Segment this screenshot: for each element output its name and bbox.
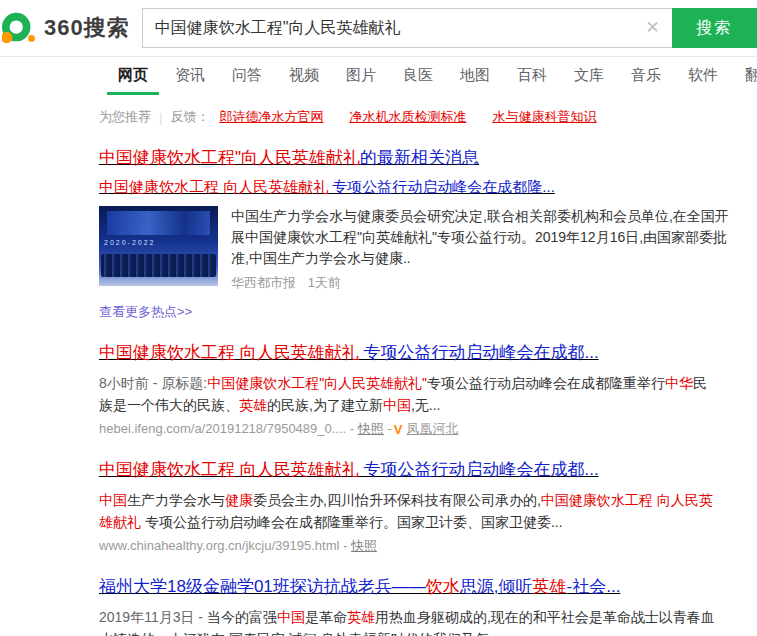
text-segment: 的民族,为了建立新 <box>267 397 383 413</box>
text-segment: - <box>346 421 358 436</box>
news-summary: 中国生产力学会水与健康委员会研究决定,联合相关部委机构和会员单位,在全国开展中国… <box>231 206 736 269</box>
text-segment: 英雄 <box>239 397 267 413</box>
text-segment: 中华 <box>665 375 693 391</box>
search-header: 360搜索 ✕ 搜索 <box>0 0 757 56</box>
text-segment: hebei.ifeng.com/a/20191218/7950489_0.... <box>99 421 346 436</box>
result-url-line: hebei.ifeng.com/a/20191218/7950489_0....… <box>99 420 739 438</box>
text-segment: 快照 <box>351 538 377 553</box>
text-segment: 思源,倾听 <box>460 577 533 596</box>
text-segment: 是革命 <box>305 609 347 625</box>
result-title-link[interactable]: 中国健康饮水工程"向人民英雄献礼的最新相关消息 <box>99 146 479 169</box>
news-card: 2020-2022 中国生产力学会水与健康委员会研究决定,联合相关部委机构和会员… <box>99 206 739 292</box>
360-logo-icon <box>2 10 40 46</box>
text-segment: 健康 <box>225 492 253 508</box>
text-segment: 2019年11月3日 - <box>99 609 207 625</box>
tab-baike[interactable]: 百科 <box>517 57 547 95</box>
vertical-tabs-bar: 网页 资讯 问答 视频 图片 良医 地图 百科 文库 音乐 软件 翻译 <box>0 56 757 95</box>
tab-web[interactable]: 网页 <box>118 57 148 95</box>
news-time: 1天前 <box>308 275 341 290</box>
result-title-link[interactable]: 中国健康饮水工程 向人民英雄献礼 专项公益行动启动峰会在成都... <box>99 341 599 364</box>
result-snippet: 中国生产力学会水与健康委员会主办,四川怡升环保科技有限公司承办的,中国健康饮水工… <box>99 489 719 533</box>
search-box: ✕ <box>142 8 672 48</box>
logo-text: 360搜索 <box>44 13 130 43</box>
results-area: 为您推荐 | 反馈： 郎诗德净水方官网 净水机水质检测标准 水与健康科普知识 中… <box>0 108 757 636</box>
recommend-link-1[interactable]: 郎诗德净水方官网 <box>219 108 323 126</box>
result-title-link[interactable]: 中国健康饮水工程 向人民英雄献礼 专项公益行动启动峰会在成都... <box>99 458 599 481</box>
text-segment: 英雄 <box>347 609 375 625</box>
tab-images[interactable]: 图片 <box>346 57 376 95</box>
recommend-link-3[interactable]: 水与健康科普知识 <box>492 108 596 126</box>
text-segment: 专项公益行动启动峰会在成都... <box>359 343 599 362</box>
search-button[interactable]: 搜索 <box>672 8 757 48</box>
text-segment: - <box>384 421 392 436</box>
tab-map[interactable]: 地图 <box>460 57 490 95</box>
result-url[interactable]: hebei.ifeng.com/a/20191218/7950489_0....… <box>99 420 392 438</box>
stage-screen-graphic <box>107 211 210 235</box>
text-segment: 饮水 <box>426 577 460 596</box>
recommend-link-2[interactable]: 净水机水质检测标准 <box>349 108 466 126</box>
result-snippet: 8小时前 - 原标题:中国健康饮水工程"向人民英雄献礼"专项公益行动启动峰会在成… <box>99 372 719 416</box>
result-url-line: www.chinahealthy.org.cn/jkcju/39195.html… <box>99 537 739 555</box>
site-name-link[interactable]: 凤凰河北 <box>406 420 458 438</box>
text-segment: 专项公益行动启动峰会在成都隆重举行 <box>427 375 665 391</box>
text-segment: 中国健康饮水工程 向人民英雄献礼 <box>99 343 359 362</box>
text-segment: 的最新相关消息 <box>360 148 479 167</box>
tab-software[interactable]: 软件 <box>688 57 718 95</box>
text-segment: 当今的富强 <box>207 609 277 625</box>
tab-music[interactable]: 音乐 <box>631 57 661 95</box>
logo-360-search[interactable]: 360搜索 <box>2 10 130 46</box>
text-segment: 中国 <box>383 397 411 413</box>
news-meta: 华西都市报 1天前 <box>231 274 736 292</box>
search-result-2: 中国健康饮水工程 向人民英雄献礼 专项公益行动启动峰会在成都... 8小时前 -… <box>99 341 739 438</box>
news-source: 华西都市报 <box>231 275 296 290</box>
search-result-4: 福州大学18级金融学01班探访抗战老兵——饮水思源,倾听英雄-社会... 201… <box>99 575 739 636</box>
text-segment: ,无... <box>411 397 441 413</box>
text-segment: 福州大学18级金融学01班探访抗战老兵—— <box>99 577 426 596</box>
text-segment: - <box>339 538 351 553</box>
search-input[interactable] <box>142 8 672 48</box>
text-segment: 快照 <box>358 421 384 436</box>
text-segment: 中国 <box>277 609 305 625</box>
tab-qa[interactable]: 问答 <box>232 57 262 95</box>
result-thumbnail[interactable]: 2020-2022 <box>99 206 218 286</box>
recommend-row: 为您推荐 | 反馈： 郎诗德净水方官网 净水机水质检测标准 水与健康科普知识 <box>99 108 739 126</box>
thumbnail-caption: 2020-2022 <box>104 239 155 246</box>
text-segment: 英雄 <box>533 577 567 596</box>
text-segment: 专项公益行动启动峰会在成都隆重举行。国家卫计委、国家卫健委... <box>141 514 563 530</box>
text-segment: 8小时前 - 原标题: <box>99 375 207 391</box>
search-result-1: 中国健康饮水工程"向人民英雄献礼的最新相关消息 中国健康饮水工程 向人民英雄献礼… <box>99 146 739 321</box>
text-segment: www.chinahealthy.org.cn/jkcju/39195.html <box>99 538 339 553</box>
crowd-silhouette-graphic <box>101 254 216 277</box>
news-text-col: 中国生产力学会水与健康委员会研究决定,联合相关部委机构和会员单位,在全国开展中国… <box>231 206 736 292</box>
clear-input-icon[interactable]: ✕ <box>645 18 659 38</box>
divider: | <box>159 110 162 125</box>
feedback-link[interactable]: 反馈： <box>170 108 209 126</box>
tab-wenku[interactable]: 文库 <box>574 57 604 95</box>
text-segment: 中国健康饮水工程 向人民英雄献礼 <box>99 178 328 195</box>
text-segment: 委员会主办,四川怡升环保科技有限公司承办的, <box>253 492 541 508</box>
tab-news[interactable]: 资讯 <box>175 57 205 95</box>
tab-doctor[interactable]: 良医 <box>403 57 433 95</box>
result-url[interactable]: www.chinahealthy.org.cn/jkcju/39195.html… <box>99 537 377 555</box>
text-segment: 中国健康饮水工程"向人民英雄献礼" <box>207 375 427 391</box>
text-segment: 中国健康饮水工程"向人民英雄献礼 <box>99 148 360 167</box>
text-segment: 中国健康饮水工程 向人民英雄献礼 <box>99 460 359 479</box>
text-segment: 生产力学会水与 <box>127 492 225 508</box>
text-segment: 中国 <box>99 492 127 508</box>
search-result-3: 中国健康饮水工程 向人民英雄献礼 专项公益行动启动峰会在成都... 中国生产力学… <box>99 458 739 555</box>
more-hotspots-link[interactable]: 查看更多热点>> <box>99 303 192 321</box>
v-verified-icon: V <box>394 422 403 437</box>
text-segment: 专项公益行动启动峰会在成都... <box>359 460 599 479</box>
tab-video[interactable]: 视频 <box>289 57 319 95</box>
text-segment: -社会... <box>567 577 621 596</box>
text-segment: 专项公益行动启动峰会在成都隆... <box>328 178 555 195</box>
tab-translate[interactable]: 翻译 <box>745 57 757 95</box>
news-subtitle-link[interactable]: 中国健康饮水工程 向人民英雄献礼 专项公益行动启动峰会在成都隆... <box>99 177 555 196</box>
result-snippet: 2019年11月3日 - 当今的富强中国是革命英雄用热血身躯砌成的,现在的和平社… <box>99 606 719 636</box>
result-title-link[interactable]: 福州大学18级金融学01班探访抗战老兵——饮水思源,倾听英雄-社会... <box>99 575 620 598</box>
recommend-label: 为您推荐 <box>99 108 151 126</box>
